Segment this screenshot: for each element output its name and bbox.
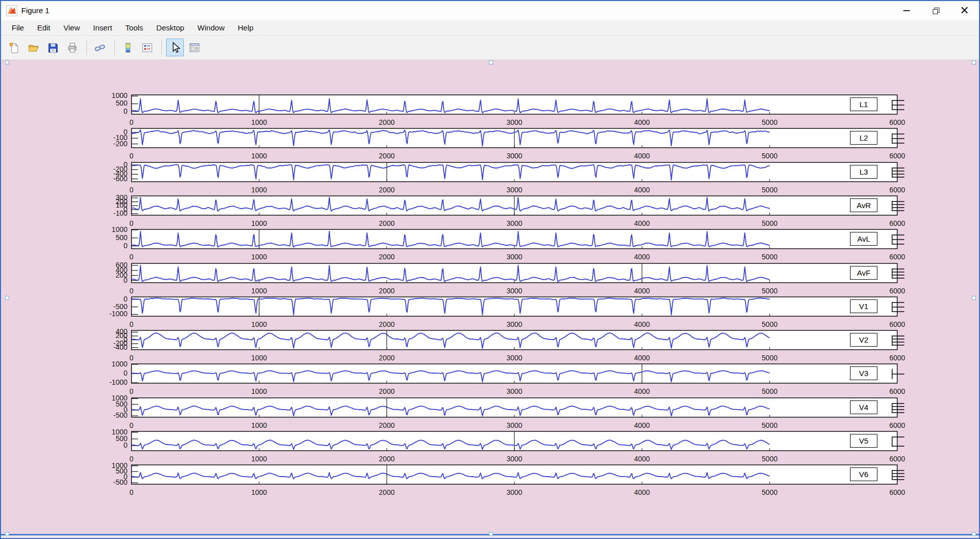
selection-handle[interactable] — [5, 532, 9, 536]
new-figure-icon[interactable] — [5, 39, 23, 56]
ecg-axes-l2[interactable] — [130, 127, 898, 149]
scale-glyph-v1[interactable] — [891, 301, 906, 313]
ecg-axes-avr[interactable] — [130, 195, 898, 216]
lead-label-v6[interactable]: V6 — [850, 467, 877, 481]
selection-handle[interactable] — [972, 60, 976, 64]
scale-glyph-l1[interactable] — [891, 99, 906, 111]
scale-glyph-l3[interactable] — [891, 166, 906, 179]
lead-label-v4[interactable]: V4 — [850, 400, 877, 414]
figure-window: Figure 1 ✕ FileEditViewInsertToolsDeskto… — [0, 0, 980, 539]
selection-handle[interactable] — [489, 532, 493, 536]
matlab-icon — [6, 5, 17, 16]
open-file-icon[interactable] — [24, 39, 42, 56]
figure-toolbar — [1, 36, 979, 60]
ecg-axes-v4[interactable] — [130, 397, 898, 418]
lead-label-v5[interactable]: V5 — [850, 434, 877, 448]
save-figure-icon[interactable] — [44, 39, 61, 56]
selection-handle[interactable] — [489, 60, 493, 64]
ecg-axes-l1[interactable] — [130, 94, 898, 115]
restore-button[interactable] — [921, 1, 950, 20]
menu-item-insert[interactable]: Insert — [86, 20, 119, 35]
ecg-axes-v2[interactable] — [130, 329, 898, 351]
lead-label-v3[interactable]: V3 — [850, 366, 877, 380]
window-title: Figure 1 — [21, 1, 49, 20]
menu-item-file[interactable]: File — [5, 20, 30, 35]
edit-plot-icon[interactable] — [166, 39, 184, 56]
ecg-axes-v1[interactable] — [130, 296, 898, 317]
lead-label-avr[interactable]: AvR — [850, 198, 877, 212]
insert-legend-icon[interactable] — [138, 39, 156, 56]
menu-item-window[interactable]: Window — [191, 20, 231, 35]
toolbar-separator — [161, 41, 162, 55]
ecg-axes-v5[interactable] — [130, 430, 898, 452]
scale-glyph-avr[interactable] — [891, 200, 906, 212]
selection-handle[interactable] — [972, 296, 976, 300]
menu-item-help[interactable]: Help — [231, 20, 260, 35]
scale-glyph-avf[interactable] — [891, 267, 906, 280]
minimize-button[interactable] — [892, 1, 921, 20]
lead-label-v2[interactable]: V2 — [850, 333, 877, 347]
selection-handle[interactable] — [972, 532, 976, 536]
ecg-axes-l3[interactable] — [130, 161, 898, 183]
toolbar-separator — [86, 41, 87, 55]
title-bar[interactable]: Figure 1 ✕ — [1, 1, 979, 20]
toolbar-separator — [114, 41, 115, 55]
lead-label-l2[interactable]: L2 — [850, 131, 877, 145]
minimize-icon — [903, 10, 910, 11]
menu-item-view[interactable]: View — [57, 20, 86, 35]
close-icon: ✕ — [960, 6, 969, 16]
insert-colorbar-icon[interactable] — [119, 39, 137, 56]
menu-item-edit[interactable]: Edit — [30, 20, 57, 35]
lead-label-avf[interactable]: AvF — [850, 266, 877, 280]
restore-icon — [933, 8, 939, 14]
ecg-axes-avf[interactable] — [130, 262, 898, 284]
selection-handle[interactable] — [5, 60, 9, 64]
selection-handle[interactable] — [5, 296, 9, 300]
link-plot-icon[interactable] — [91, 39, 109, 56]
lead-label-l1[interactable]: L1 — [850, 97, 877, 111]
close-button[interactable]: ✕ — [950, 1, 979, 20]
scale-glyph-v3[interactable] — [891, 368, 906, 380]
scale-glyph-v5[interactable] — [891, 435, 906, 448]
scale-glyph-l2[interactable] — [891, 132, 906, 145]
scale-glyph-v6[interactable] — [891, 469, 906, 481]
property-inspector-icon[interactable] — [185, 39, 203, 56]
lead-label-avl[interactable]: AvL — [850, 232, 877, 246]
menu-bar: FileEditViewInsertToolsDesktopWindowHelp — [1, 20, 979, 36]
lead-label-l3[interactable]: L3 — [850, 165, 877, 179]
ecg-axes-v6[interactable] — [130, 464, 898, 485]
scale-glyph-avl[interactable] — [891, 233, 906, 246]
print-figure-icon[interactable] — [63, 39, 81, 56]
menu-item-desktop[interactable]: Desktop — [150, 20, 191, 35]
lead-label-v1[interactable]: V1 — [850, 299, 877, 313]
scale-glyph-v4[interactable] — [891, 402, 906, 414]
scale-glyph-v2[interactable] — [891, 334, 906, 347]
menu-item-tools[interactable]: Tools — [119, 20, 150, 35]
ecg-axes-v3[interactable] — [130, 363, 898, 384]
ecg-axes-avl[interactable] — [130, 228, 898, 250]
